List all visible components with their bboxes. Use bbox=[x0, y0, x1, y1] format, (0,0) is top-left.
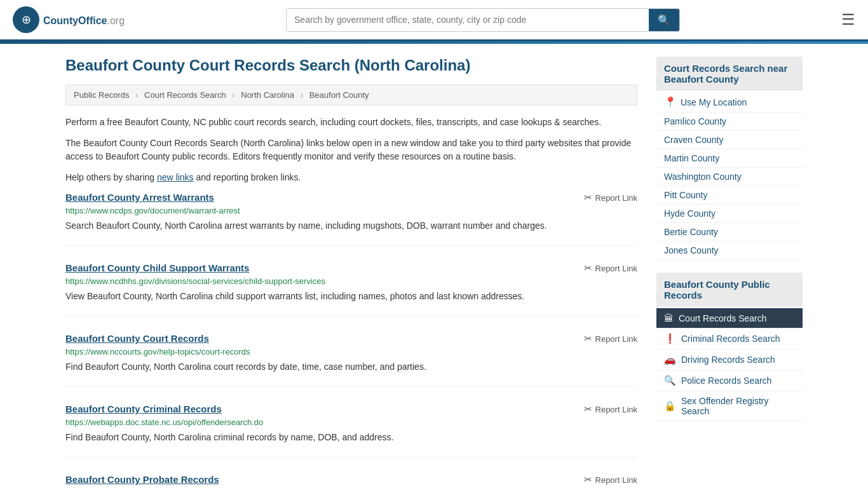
breadcrumb-court-records[interactable]: Court Records Search bbox=[144, 90, 226, 100]
content-area: Beaufort County Court Records Search (No… bbox=[65, 57, 637, 488]
result-title[interactable]: Beaufort County Child Support Warrants bbox=[65, 262, 249, 273]
search-icon: 🔍 bbox=[658, 15, 670, 25]
report-link-button[interactable]: ✂ Report Link bbox=[584, 333, 637, 344]
report-icon: ✂ bbox=[584, 403, 592, 415]
criminal-records-link[interactable]: Criminal Records Search bbox=[681, 334, 780, 344]
police-records-link[interactable]: Police Records Search bbox=[681, 376, 771, 386]
result-title[interactable]: Beaufort County Arrest Warrants bbox=[65, 192, 214, 203]
report-icon: ✂ bbox=[584, 474, 592, 485]
nearby-section-title: Court Records Search near Beaufort Count… bbox=[656, 57, 803, 91]
nearby-link[interactable]: Jones County bbox=[664, 245, 719, 255]
logo-icon: ⊕ bbox=[13, 6, 39, 33]
use-my-location-item[interactable]: 📍 Use My Location bbox=[656, 92, 803, 112]
nearby-link[interactable]: Martin County bbox=[664, 153, 719, 163]
result-url[interactable]: https://www.nccourts.gov/help-topics/cou… bbox=[65, 347, 637, 356]
new-links-link[interactable]: new links bbox=[157, 172, 194, 182]
nearby-link[interactable]: Pitt County bbox=[664, 190, 707, 200]
report-link-button[interactable]: ✂ Report Link bbox=[584, 262, 637, 274]
nearby-link-item[interactable]: Pamlico County bbox=[656, 112, 803, 131]
public-records-criminal[interactable]: ❗ Criminal Records Search bbox=[656, 329, 803, 349]
public-records-list: 🏛 Court Records Search ❗ Criminal Record… bbox=[656, 308, 803, 421]
report-icon: ✂ bbox=[584, 262, 592, 274]
result-url[interactable]: https://www.ncdps.gov/document/warrant-a… bbox=[65, 206, 637, 215]
nearby-link[interactable]: Hyde County bbox=[664, 208, 715, 219]
result-item: Beaufort County Probate Records ✂ Report… bbox=[65, 474, 637, 488]
result-desc: Find Beaufort County, North Carolina cri… bbox=[65, 431, 637, 444]
report-link-button[interactable]: ✂ Report Link bbox=[584, 192, 637, 203]
header: ⊕ CountyOffice.org 🔍 ☰ bbox=[0, 0, 868, 41]
nearby-link[interactable]: Pamlico County bbox=[664, 116, 726, 126]
sex-offender-link[interactable]: Sex Offender Registry Search bbox=[681, 396, 795, 416]
use-my-location-link[interactable]: Use My Location bbox=[681, 97, 747, 107]
sex-offender-icon: 🔒 bbox=[664, 400, 676, 412]
result-title[interactable]: Beaufort County Criminal Records bbox=[65, 403, 222, 414]
nearby-link-item[interactable]: Pitt County bbox=[656, 186, 803, 205]
intro-paragraph-1: Perform a free Beaufort County, NC publi… bbox=[65, 116, 637, 129]
menu-icon[interactable]: ☰ bbox=[841, 11, 855, 29]
breadcrumb-public-records[interactable]: Public Records bbox=[74, 90, 129, 100]
nearby-links-list: 📍 Use My Location Pamlico County Craven … bbox=[656, 92, 803, 260]
report-link-button[interactable]: ✂ Report Link bbox=[584, 474, 637, 485]
location-icon: 📍 bbox=[664, 96, 677, 108]
nearby-link-item[interactable]: Washington County bbox=[656, 168, 803, 186]
search-bar[interactable]: 🔍 bbox=[286, 8, 680, 32]
result-title[interactable]: Beaufort County Court Records bbox=[65, 333, 209, 344]
result-url[interactable]: https://webapps.doc.state.nc.us/opi/offe… bbox=[65, 417, 637, 427]
nearby-section: Court Records Search near Beaufort Count… bbox=[656, 57, 803, 260]
result-item: Beaufort County Court Records ✂ Report L… bbox=[65, 333, 637, 387]
page-title: Beaufort County Court Records Search (No… bbox=[65, 57, 637, 74]
nearby-link[interactable]: Bertie County bbox=[664, 227, 718, 237]
police-icon: 🔍 bbox=[664, 375, 676, 386]
result-desc: Search Beaufort County, North Carolina a… bbox=[65, 219, 637, 233]
nearby-link[interactable]: Washington County bbox=[664, 172, 742, 182]
nearby-link-item[interactable]: Hyde County bbox=[656, 205, 803, 223]
nearby-link[interactable]: Craven County bbox=[664, 135, 723, 145]
result-item: Beaufort County Criminal Records ✂ Repor… bbox=[65, 403, 637, 458]
result-item: Beaufort County Child Support Warrants ✂… bbox=[65, 262, 637, 316]
report-icon: ✂ bbox=[584, 192, 592, 203]
intro-paragraph-2: The Beaufort County Court Records Search… bbox=[65, 137, 637, 163]
driving-records-link[interactable]: Driving Records Search bbox=[681, 355, 775, 365]
breadcrumb-beaufort-county[interactable]: Beaufort County bbox=[309, 90, 369, 100]
court-records-icon: 🏛 bbox=[664, 313, 674, 323]
result-url[interactable]: https://www.ncdhhs.gov/divisions/social-… bbox=[65, 276, 637, 286]
logo-area: ⊕ CountyOffice.org bbox=[13, 6, 125, 33]
nearby-link-item[interactable]: Martin County bbox=[656, 149, 803, 168]
result-item: Beaufort County Arrest Warrants ✂ Report… bbox=[65, 192, 637, 246]
sidebar: Court Records Search near Beaufort Count… bbox=[656, 57, 803, 488]
search-input[interactable] bbox=[287, 10, 649, 30]
search-button[interactable]: 🔍 bbox=[649, 9, 679, 31]
public-records-section: Beaufort County Public Records 🏛 Court R… bbox=[656, 273, 803, 421]
result-title[interactable]: Beaufort County Probate Records bbox=[65, 474, 219, 485]
public-records-driving[interactable]: 🚗 Driving Records Search bbox=[656, 349, 803, 370]
breadcrumb: Public Records › Court Records Search › … bbox=[65, 85, 637, 105]
public-records-title: Beaufort County Public Records bbox=[656, 273, 803, 307]
logo-text: CountyOffice.org bbox=[43, 13, 125, 27]
driving-icon: 🚗 bbox=[664, 354, 676, 365]
nearby-link-item[interactable]: Jones County bbox=[656, 241, 803, 260]
intro-paragraph-3: Help others by sharing new links and rep… bbox=[65, 171, 637, 184]
breadcrumb-north-carolina[interactable]: North Carolina bbox=[241, 90, 294, 100]
public-records-police[interactable]: 🔍 Police Records Search bbox=[656, 370, 803, 391]
report-icon: ✂ bbox=[584, 333, 592, 344]
public-records-sex-offender[interactable]: 🔒 Sex Offender Registry Search bbox=[656, 391, 803, 421]
result-desc: Find Beaufort County, North Carolina cou… bbox=[65, 360, 637, 374]
result-desc: View Beaufort County, North Carolina chi… bbox=[65, 290, 637, 303]
report-link-button[interactable]: ✂ Report Link bbox=[584, 403, 637, 415]
public-records-court-records[interactable]: 🏛 Court Records Search bbox=[656, 308, 803, 329]
court-records-link[interactable]: Court Records Search bbox=[679, 313, 767, 323]
nearby-link-item[interactable]: Craven County bbox=[656, 131, 803, 149]
main-container: Beaufort County Court Records Search (No… bbox=[53, 44, 815, 488]
nearby-link-item[interactable]: Bertie County bbox=[656, 223, 803, 241]
criminal-icon: ❗ bbox=[664, 333, 676, 344]
